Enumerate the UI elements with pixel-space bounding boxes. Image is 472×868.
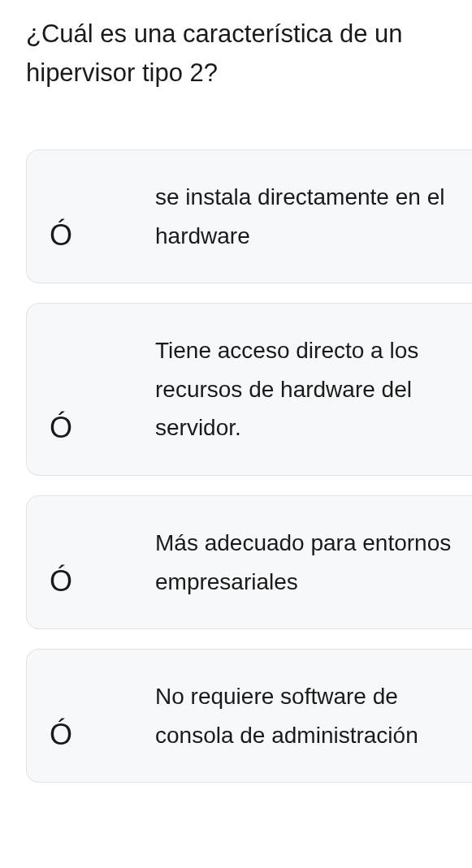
options-list: Ó se instala directamente en el hardware… [26, 149, 472, 783]
option-radio-marker: Ó [50, 413, 155, 447]
quiz-page: ¿Cuál es una característica de un hiperv… [0, 0, 472, 783]
option-3[interactable]: Ó No requiere software de consola de adm… [26, 649, 472, 783]
option-2[interactable]: Ó Más adecuado para entornos empresarial… [26, 495, 472, 629]
question-text: ¿Cuál es una característica de un hiperv… [26, 15, 472, 93]
option-text: se instala directamente en el hardware [155, 178, 456, 255]
option-text: No requiere software de consola de admin… [155, 677, 456, 754]
option-text: Tiene acceso directo a los recursos de h… [155, 331, 456, 447]
option-0[interactable]: Ó se instala directamente en el hardware [26, 149, 472, 283]
option-1[interactable]: Ó Tiene acceso directo a los recursos de… [26, 303, 472, 476]
option-radio-marker: Ó [50, 720, 155, 754]
option-text: Más adecuado para entornos empresariales [155, 524, 456, 601]
option-radio-marker: Ó [50, 221, 155, 255]
option-radio-marker: Ó [50, 567, 155, 601]
